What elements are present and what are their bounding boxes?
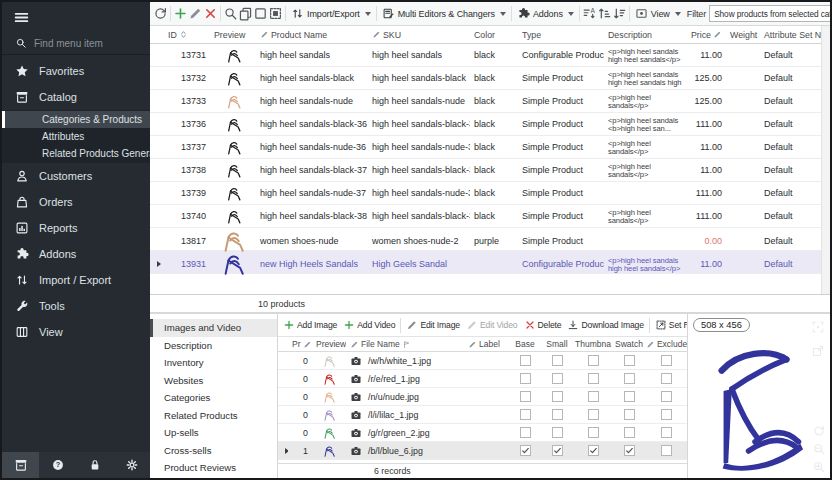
product-row-13817[interactable]: 13817women shoes-nudewomen shoes-nude-2p… bbox=[150, 228, 821, 251]
delete-product-button[interactable] bbox=[203, 4, 218, 24]
sidebar-item-tools[interactable]: Tools bbox=[2, 293, 150, 319]
sidebar-item-orders[interactable]: Orders bbox=[2, 189, 150, 215]
checkbox[interactable] bbox=[624, 373, 635, 384]
sidebar-item-reports[interactable]: Reports bbox=[2, 215, 150, 241]
column-header-exclude[interactable]: Exclude bbox=[646, 339, 687, 349]
checkbox[interactable] bbox=[661, 373, 672, 384]
products-vertical-scrollbar[interactable] bbox=[821, 26, 830, 294]
column-header-small[interactable]: Small bbox=[540, 339, 574, 349]
multi-editors-changers-menu-button[interactable]: Multi Editors & Changers bbox=[379, 4, 509, 24]
sidebar-item-addons[interactable]: Addons bbox=[2, 241, 150, 267]
column-header-sku[interactable]: SKU bbox=[368, 30, 470, 40]
set-resize-rule-button[interactable]: Set Resize Rule bbox=[652, 315, 687, 335]
checkbox-checked[interactable] bbox=[624, 445, 635, 456]
checkbox-cell[interactable] bbox=[646, 427, 687, 438]
zoom-out-icon[interactable] bbox=[812, 442, 826, 456]
column-header-price[interactable]: Price bbox=[688, 30, 726, 40]
checkbox-cell[interactable] bbox=[612, 355, 646, 366]
checkbox-cell[interactable] bbox=[510, 391, 540, 402]
checkbox-cell[interactable] bbox=[510, 427, 540, 438]
checkbox[interactable] bbox=[552, 391, 563, 402]
checkbox[interactable] bbox=[520, 391, 531, 402]
column-header-preview[interactable]: Preview bbox=[312, 339, 346, 349]
sidebar-item-customers[interactable]: Customers bbox=[2, 163, 150, 189]
column-header-preview[interactable]: Preview bbox=[210, 30, 256, 40]
sort-desc-button[interactable] bbox=[612, 4, 627, 24]
column-header-pr[interactable]: Pr bbox=[288, 339, 312, 349]
checkbox[interactable] bbox=[624, 391, 635, 402]
open-external-icon[interactable] bbox=[811, 344, 825, 358]
add-image-button[interactable]: Add Image bbox=[280, 315, 340, 335]
column-header-file-name[interactable]: File Name bbox=[346, 339, 464, 349]
column-header-label[interactable]: Label bbox=[464, 339, 510, 349]
product-row-13737[interactable]: 13737high heel sandals-nude-36high heel … bbox=[150, 136, 821, 159]
checkbox[interactable] bbox=[552, 373, 563, 384]
checkbox[interactable] bbox=[588, 409, 599, 420]
sidebar-item-attributes[interactable]: Attributes bbox=[2, 128, 150, 145]
sidebar-item-related-products-generator[interactable]: Related Products Generator bbox=[2, 145, 150, 162]
checkbox[interactable] bbox=[624, 427, 635, 438]
import-export-menu-button[interactable]: Import/Export bbox=[288, 4, 374, 24]
file-row-r-e-red-1-jpg[interactable]: 0/r/e/red_1.jpg bbox=[278, 370, 687, 388]
checkbox-cell[interactable] bbox=[540, 409, 574, 420]
file-row-w-h-white-1-jpg[interactable]: 0/w/h/white_1.jpg bbox=[278, 352, 687, 370]
tab-up-sells[interactable]: Up-sells bbox=[150, 424, 277, 442]
checkbox-cell[interactable] bbox=[540, 445, 574, 456]
hamburger-menu-icon[interactable] bbox=[13, 9, 30, 26]
tab-websites[interactable]: Websites bbox=[150, 372, 277, 390]
sidebar-item-catalog[interactable]: Catalog bbox=[2, 84, 150, 110]
checkbox-cell[interactable] bbox=[510, 355, 540, 366]
help-icon[interactable]: ? bbox=[51, 458, 65, 472]
checkbox-cell[interactable] bbox=[612, 391, 646, 402]
column-header-product-name[interactable]: Product Name bbox=[256, 30, 368, 40]
search-button[interactable] bbox=[223, 4, 238, 24]
filter-select[interactable]: Show products from selected categories bbox=[709, 5, 830, 22]
sidebar-search-input[interactable]: Find menu item bbox=[2, 32, 150, 55]
checkbox-checked[interactable] bbox=[552, 445, 563, 456]
sidebar-item-categories-products[interactable]: Categories & Products bbox=[2, 111, 150, 128]
checkbox-cell[interactable] bbox=[510, 409, 540, 420]
sort-asc-button[interactable] bbox=[597, 4, 612, 24]
lock-icon[interactable] bbox=[88, 458, 102, 472]
sidebar-item-view[interactable]: View bbox=[2, 319, 150, 345]
sidebar-item-import-export[interactable]: Import / Export bbox=[2, 267, 150, 293]
checkbox[interactable] bbox=[588, 391, 599, 402]
duplicate-button[interactable] bbox=[238, 4, 253, 24]
tab-categories[interactable]: Categories bbox=[150, 389, 277, 407]
checkbox-cell[interactable] bbox=[510, 445, 540, 456]
sidebar-item-favorites[interactable]: Favorites bbox=[2, 58, 150, 84]
zoom-in-icon[interactable] bbox=[812, 460, 826, 474]
checkbox[interactable] bbox=[520, 409, 531, 420]
fit-to-window-icon[interactable] bbox=[811, 320, 825, 334]
column-header-weight[interactable]: Weight bbox=[726, 30, 760, 40]
checkbox-cell[interactable] bbox=[574, 427, 612, 438]
column-header-swatch[interactable]: Swatch bbox=[612, 339, 646, 349]
checkbox[interactable] bbox=[520, 427, 531, 438]
settings-gear-icon[interactable] bbox=[125, 458, 139, 472]
store-button[interactable] bbox=[2, 452, 39, 478]
column-header-description[interactable]: Description bbox=[604, 30, 688, 40]
checkbox[interactable] bbox=[552, 427, 563, 438]
checkbox-cell[interactable] bbox=[612, 445, 646, 456]
column-header-type[interactable]: Type bbox=[518, 30, 604, 40]
download-image-button[interactable]: Download Image bbox=[564, 315, 646, 335]
column-header-thumbnail[interactable]: Thumbna bbox=[574, 339, 612, 349]
tab-cross-sells[interactable]: Cross-sells bbox=[150, 442, 277, 460]
checkbox[interactable] bbox=[624, 409, 635, 420]
checkbox[interactable] bbox=[552, 355, 563, 366]
add-product-button[interactable] bbox=[173, 4, 188, 24]
tab-related-products[interactable]: Related Products bbox=[150, 407, 277, 425]
file-row-n-u-nude-jpg[interactable]: 0/n/u/nude.jpg bbox=[278, 388, 687, 406]
checkbox-cell[interactable] bbox=[646, 445, 687, 456]
file-row-l-i-lilac-1-jpg[interactable]: 0/l/i/lilac_1.jpg bbox=[278, 406, 687, 424]
column-header-attribute-set-name[interactable]: Attribute Set Name bbox=[760, 30, 821, 40]
checkbox-checked[interactable] bbox=[588, 445, 599, 456]
tab-product-reviews[interactable]: Product Reviews bbox=[150, 459, 277, 477]
checkbox-cell[interactable] bbox=[540, 373, 574, 384]
column-header-base[interactable]: Base bbox=[510, 339, 540, 349]
checkbox-cell[interactable] bbox=[612, 427, 646, 438]
checkbox[interactable] bbox=[624, 355, 635, 366]
checkbox-cell[interactable] bbox=[510, 373, 540, 384]
product-row-13733[interactable]: 13733high heel sandals-nudehigh heel san… bbox=[150, 90, 821, 113]
checkbox[interactable] bbox=[661, 409, 672, 420]
